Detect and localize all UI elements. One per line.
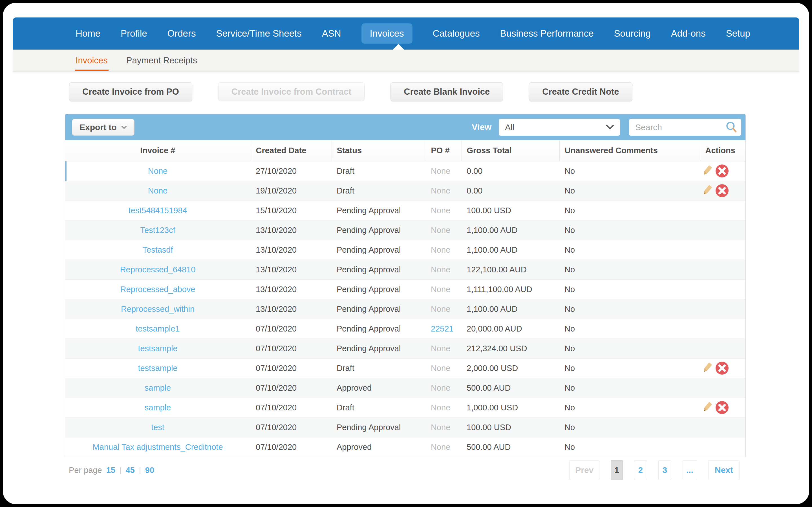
edit-pencil-icon[interactable]: [700, 401, 713, 414]
unanswered-comments-cell: No: [559, 299, 700, 319]
edit-pencil-icon[interactable]: [700, 362, 713, 375]
table-row: Testasdf13/10/2020Pending ApprovalNone1,…: [65, 240, 746, 260]
po-cell: None: [426, 378, 462, 398]
invoice-cell: sample: [65, 398, 251, 417]
invoice-link[interactable]: test: [151, 423, 164, 432]
status-cell: Approved: [332, 437, 426, 457]
po-none-value: None: [431, 403, 450, 412]
nav-item-setup[interactable]: Setup: [726, 28, 750, 39]
po-none-value: None: [431, 245, 450, 255]
invoice-link[interactable]: Testasdf: [143, 245, 173, 255]
invoice-link[interactable]: None: [148, 186, 167, 195]
po-cell: None: [426, 398, 462, 417]
table-row: sample07/10/2020DraftNone1,000.00 USDNo: [65, 398, 746, 417]
invoice-link[interactable]: testsample1: [136, 324, 180, 333]
invoice-link[interactable]: Reprocessed_64810: [120, 265, 196, 274]
per-page-option-90[interactable]: 90: [145, 466, 154, 475]
sub-nav: InvoicesPayment Receipts: [13, 50, 799, 71]
po-cell: None: [426, 417, 462, 437]
subnav-item-invoices[interactable]: Invoices: [75, 55, 108, 66]
nav-item-invoices[interactable]: Invoices: [361, 23, 412, 44]
pager: Prev123...Next: [569, 460, 740, 480]
nav-item-catalogues[interactable]: Catalogues: [433, 28, 480, 39]
page-2-button[interactable]: 2: [634, 460, 647, 480]
invoice-link[interactable]: None: [148, 166, 167, 175]
per-page-divider: |: [139, 466, 141, 474]
status-cell: Pending Approval: [332, 299, 426, 319]
created-date-cell: 13/10/2020: [251, 260, 332, 279]
gross-total-cell: 100.00 USD: [462, 417, 559, 437]
app-window: HomeProfileOrdersService/Time SheetsASNI…: [3, 3, 809, 504]
gross-total-cell: 1,111,100.00 AUD: [462, 279, 559, 299]
po-cell: None: [426, 279, 462, 299]
created-date-cell: 07/10/2020: [251, 437, 332, 457]
search-icon[interactable]: [725, 121, 738, 134]
per-page-option-45[interactable]: 45: [126, 466, 135, 475]
next-page-button[interactable]: Next: [708, 460, 740, 480]
invoice-link[interactable]: testsample: [138, 363, 177, 373]
actions-cell: [700, 378, 746, 398]
nav-item-profile[interactable]: Profile: [121, 28, 147, 39]
po-none-value: None: [431, 265, 450, 274]
nav-item-business-performance[interactable]: Business Performance: [500, 28, 594, 39]
export-button[interactable]: Export to: [72, 119, 135, 136]
per-page: Per page 15|45|90: [69, 466, 158, 475]
invoice-link[interactable]: Test123cf: [140, 226, 175, 235]
view-select[interactable]: All: [499, 119, 620, 136]
delete-x-icon[interactable]: [715, 184, 729, 198]
invoice-link[interactable]: Manual Tax adjustments_Creditnote: [93, 443, 223, 452]
column-header-created-date: Created Date: [251, 140, 332, 161]
nav-item-asn[interactable]: ASN: [322, 28, 341, 39]
page-3-button[interactable]: 3: [658, 460, 671, 480]
table-row: Reprocessed_above13/10/2020Pending Appro…: [65, 279, 746, 299]
po-cell: None: [426, 260, 462, 279]
pager-ellipsis-button[interactable]: ...: [682, 460, 697, 480]
delete-x-icon[interactable]: [715, 400, 729, 414]
invoice-link[interactable]: Reprocessed_above: [120, 285, 195, 294]
edit-pencil-icon[interactable]: [700, 165, 713, 177]
nav-item-home[interactable]: Home: [75, 28, 100, 39]
created-date-cell: 13/10/2020: [251, 279, 332, 299]
actions-cell: [700, 398, 746, 417]
create-credit-note-button[interactable]: Create Credit Note: [529, 82, 632, 101]
column-header-actions: Actions: [700, 140, 746, 161]
po-link[interactable]: 22521: [431, 324, 454, 333]
status-cell: Pending Approval: [332, 220, 426, 240]
invoice-link[interactable]: sample: [145, 403, 171, 412]
invoice-cell: testsample: [65, 358, 251, 378]
po-none-value: None: [431, 423, 450, 432]
invoice-link[interactable]: sample: [145, 383, 171, 392]
search-input[interactable]: [635, 122, 725, 132]
create-blank-invoice-button[interactable]: Create Blank Invoice: [391, 82, 503, 101]
unanswered-comments-cell: No: [559, 417, 700, 437]
gross-total-cell: 500.00 AUD: [462, 437, 559, 457]
table-body: None27/10/2020DraftNone0.00NoNone19/10/2…: [65, 161, 746, 457]
nav-item-sourcing[interactable]: Sourcing: [614, 28, 651, 39]
per-page-label: Per page: [69, 466, 102, 475]
delete-x-icon[interactable]: [715, 361, 729, 375]
gross-total-cell: 212,324.00 USD: [462, 339, 559, 358]
invoices-data-table: Invoice #Created DateStatusPO #Gross Tot…: [65, 140, 746, 457]
per-page-option-15[interactable]: 15: [106, 466, 115, 475]
prev-page-button: Prev: [569, 460, 599, 480]
column-header-status: Status: [332, 140, 426, 161]
nav-item-service-time-sheets[interactable]: Service/Time Sheets: [216, 28, 301, 39]
po-cell: None: [426, 299, 462, 319]
subnav-item-payment-receipts[interactable]: Payment Receipts: [126, 55, 197, 66]
column-header-gross-total: Gross Total: [462, 140, 559, 161]
po-none-value: None: [431, 186, 450, 195]
delete-x-icon[interactable]: [715, 164, 729, 178]
invoice-link[interactable]: test5484151984: [128, 206, 187, 215]
create-invoice-from-po-button[interactable]: Create Invoice from PO: [69, 82, 192, 101]
nav-item-orders[interactable]: Orders: [167, 28, 196, 39]
created-date-cell: 07/10/2020: [251, 339, 332, 358]
invoice-cell: test5484151984: [65, 201, 251, 220]
invoice-link[interactable]: Reprocessed_within: [121, 304, 195, 314]
created-date-cell: 07/10/2020: [251, 358, 332, 378]
invoice-cell: Testasdf: [65, 240, 251, 260]
edit-pencil-icon[interactable]: [700, 184, 713, 197]
table-row: None19/10/2020DraftNone0.00No: [65, 181, 746, 201]
nav-item-add-ons[interactable]: Add-ons: [671, 28, 706, 39]
invoice-link[interactable]: testsample: [138, 344, 177, 353]
created-date-cell: 13/10/2020: [251, 220, 332, 240]
